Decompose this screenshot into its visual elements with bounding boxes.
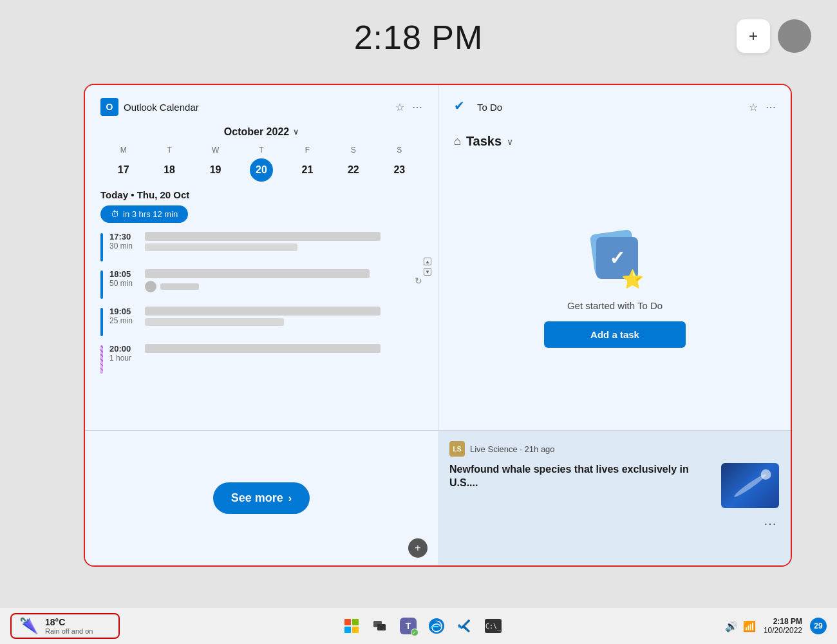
calendar-day-numbers: 17 18 19 20 21 22 23 (100, 158, 422, 182)
event-1805: 18:05 50 min ↻ (100, 269, 422, 299)
terminal-button[interactable]: C:\_ (482, 614, 505, 638)
todo-illustration: ✓ ⭐ (586, 232, 644, 290)
event-1905-subtitle-bar (145, 318, 284, 326)
calendar-header-left: O Outlook Calendar (100, 98, 199, 116)
see-more-button[interactable]: See more › (213, 482, 310, 514)
add-widget-button[interactable]: + (737, 19, 770, 53)
calendar-day-headers: M T W T F S S (100, 144, 422, 156)
win-sq-blue (344, 627, 351, 633)
calendar-pin-icon[interactable]: ☆ (395, 101, 404, 113)
event-1905: 19:05 25 min (100, 307, 422, 336)
event-2000: 20:00 1 hour (100, 344, 422, 374)
today-header: Today • Thu, 20 Oct (100, 189, 422, 200)
event-2000-hour: 20:00 (109, 344, 138, 354)
event-1905-dur: 25 min (109, 316, 138, 325)
news-title[interactable]: Newfound whale species that lives exclus… (449, 463, 713, 490)
clock-display: 2:18 PM (354, 18, 484, 57)
see-more-area: See more › + (85, 431, 438, 565)
widget-row-top: O Outlook Calendar ☆ ⋯ October 2022 ∨ M … (85, 85, 791, 430)
taskbar-time-text: 2:18 PM (764, 617, 802, 626)
calendar-header-right: ☆ ⋯ (395, 101, 422, 113)
scroll-down-arrow[interactable]: ▼ (424, 268, 431, 276)
terminal-icon: C:\_ (485, 619, 502, 633)
event-1905-hour: 19:05 (109, 307, 138, 316)
start-button[interactable] (340, 614, 363, 638)
event-1805-dur: 50 min (109, 279, 138, 288)
widget-container: O Outlook Calendar ☆ ⋯ October 2022 ∨ M … (84, 84, 792, 567)
todo-more-icon[interactable]: ⋯ (766, 101, 776, 113)
time-until-text: in 3 hrs 12 min (123, 209, 178, 219)
weather-description: Rain off and on (45, 627, 93, 635)
event-1805-details: ↻ (145, 269, 422, 292)
taskbar-clock[interactable]: 2:18 PM 10/20/2022 (764, 617, 802, 635)
calendar-more-icon[interactable]: ⋯ (412, 101, 422, 113)
month-chevron-icon: ∨ (293, 128, 299, 137)
add-task-button[interactable]: Add a task (544, 321, 686, 348)
day-22[interactable]: 22 (342, 158, 365, 182)
day-header-tue: T (146, 144, 192, 156)
todo-empty-state: ✓ ⭐ Get started with To Do Add a task (454, 162, 776, 417)
event-1805-bar (100, 270, 103, 299)
live-science-icon: LS (449, 441, 465, 457)
volume-icon[interactable]: 🔊 (725, 620, 738, 632)
event-1805-sub (145, 281, 409, 292)
news-image (721, 463, 779, 508)
time-until-badge[interactable]: ⏱ in 3 hrs 12 min (100, 205, 188, 223)
add-to-widget-button[interactable]: + (408, 538, 428, 558)
news-time-ago: · (520, 444, 524, 454)
event-1730-title-bar (145, 232, 381, 241)
news-source: LS Live Science · 21h ago (449, 441, 779, 457)
event-1730-dur: 30 min (109, 242, 138, 251)
day-header-sat: S (330, 144, 376, 156)
user-avatar[interactable] (778, 19, 811, 53)
day-header-sun: S (377, 144, 422, 156)
news-panel: LS Live Science · 21h ago Newfound whale… (438, 431, 791, 565)
todo-panel-header: ✔ To Do ☆ ⋯ (454, 98, 776, 116)
day-19[interactable]: 19 (204, 158, 227, 182)
win-sq-red (344, 619, 351, 625)
news-text: Newfound whale species that lives exclus… (449, 463, 713, 508)
event-1805-time: 18:05 50 min (109, 269, 138, 288)
network-icon[interactable]: 📶 (743, 620, 756, 632)
teams-button[interactable]: T ✓ (397, 614, 420, 638)
event-2000-time: 20:00 1 hour (109, 344, 138, 363)
see-more-label: See more (231, 491, 283, 505)
task-view-button[interactable] (368, 614, 391, 638)
vscode-button[interactable] (453, 614, 476, 638)
event-1805-avatar (145, 281, 156, 292)
day-17[interactable]: 17 (112, 158, 135, 182)
svg-rect-1 (377, 624, 386, 630)
day-21[interactable]: 21 (296, 158, 319, 182)
weather-icon: 🌂 (19, 617, 39, 635)
todo-title: To Do (477, 102, 502, 113)
todo-panel: ✔ To Do ☆ ⋯ ⌂ Tasks ∨ ✓ ⭐ (438, 85, 791, 430)
event-1905-time: 19:05 25 min (109, 307, 138, 325)
event-1905-title-bar (145, 307, 381, 316)
edge-icon (428, 618, 445, 634)
system-tray: 🔊 📶 (725, 620, 756, 632)
clock-icon: ⏱ (111, 209, 119, 219)
terminal-prompt-text: C:\_ (485, 623, 501, 630)
edge-button[interactable] (425, 614, 448, 638)
news-more-button[interactable]: ⋯ (761, 515, 779, 533)
weather-temp: 18°C (45, 617, 93, 627)
event-1805-sub-bar (160, 283, 199, 290)
event-1730-details (145, 232, 422, 251)
day-20-today[interactable]: 20 (250, 158, 273, 182)
todo-check-icon: ✔ (454, 98, 472, 116)
day-23[interactable]: 23 (388, 158, 411, 182)
top-right-controls: + (737, 19, 811, 53)
todo-pin-icon[interactable]: ☆ (749, 101, 758, 113)
weather-widget[interactable]: 🌂 18°C Rain off and on (10, 613, 120, 639)
todo-header-right: ☆ ⋯ (749, 101, 776, 113)
event-1805-repeat-icon[interactable]: ↻ (415, 276, 422, 286)
tasks-chevron-icon[interactable]: ∨ (507, 137, 513, 147)
event-1730: 17:30 30 min (100, 232, 422, 261)
scroll-up-arrow[interactable]: ▲ (424, 258, 431, 265)
weather-info: 18°C Rain off and on (45, 617, 93, 635)
month-title[interactable]: October 2022 ∨ (224, 126, 299, 138)
notification-badge[interactable]: 29 (810, 618, 827, 634)
day-18[interactable]: 18 (158, 158, 181, 182)
taskbar: 🌂 18°C Rain off and on T ✓ (0, 608, 837, 644)
calendar-title: Outlook Calendar (124, 102, 199, 113)
